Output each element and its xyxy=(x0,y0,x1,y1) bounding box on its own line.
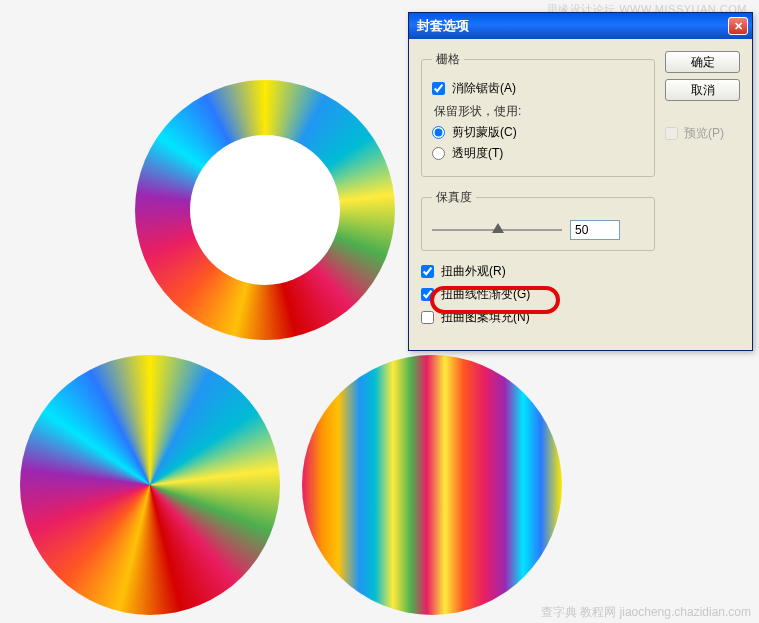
dialog-title: 封套选项 xyxy=(417,17,469,35)
distort-options-group: 扭曲外观(R) 扭曲线性渐变(G) 扭曲图案填充(N) xyxy=(421,263,655,326)
distort-pattern-fill-checkbox[interactable] xyxy=(421,311,434,324)
antialias-label[interactable]: 消除锯齿(A) xyxy=(452,80,516,97)
dialog-right-column: 确定 取消 预览(P) xyxy=(665,51,740,332)
distort-pattern-fill-label[interactable]: 扭曲图案填充(N) xyxy=(441,309,530,326)
preserve-shape-label: 保留形状，使用: xyxy=(434,103,644,120)
dialog-titlebar[interactable]: 封套选项 ✕ xyxy=(409,13,752,39)
close-icon: ✕ xyxy=(734,21,743,32)
distort-linear-gradient-label[interactable]: 扭曲线性渐变(G) xyxy=(441,286,530,303)
grid-fieldset: 栅格 消除锯齿(A) 保留形状，使用: 剪切蒙版(C) 透明度(T) xyxy=(421,51,655,177)
distort-linear-gradient-checkbox[interactable] xyxy=(421,288,434,301)
dialog-body: 栅格 消除锯齿(A) 保留形状，使用: 剪切蒙版(C) 透明度(T) 保真度 xyxy=(409,39,752,350)
grid-legend: 栅格 xyxy=(432,51,464,68)
transparency-radio[interactable] xyxy=(432,147,445,160)
fidelity-fieldset: 保真度 xyxy=(421,189,655,251)
slider-thumb-icon[interactable] xyxy=(492,223,504,233)
fidelity-input[interactable] xyxy=(570,220,620,240)
preview-checkbox xyxy=(665,127,678,140)
fidelity-slider[interactable] xyxy=(432,222,562,238)
clip-mask-radio[interactable] xyxy=(432,126,445,139)
distort-appearance-checkbox[interactable] xyxy=(421,265,434,278)
fidelity-legend: 保真度 xyxy=(432,189,476,206)
ring-gradient-shape xyxy=(135,80,395,340)
ok-button[interactable]: 确定 xyxy=(665,51,740,73)
dialog-left-column: 栅格 消除锯齿(A) 保留形状，使用: 剪切蒙版(C) 透明度(T) 保真度 xyxy=(421,51,655,332)
envelope-options-dialog: 封套选项 ✕ 栅格 消除锯齿(A) 保留形状，使用: 剪切蒙版(C) xyxy=(408,12,753,351)
close-button[interactable]: ✕ xyxy=(728,17,748,35)
preview-label: 预览(P) xyxy=(684,125,724,142)
transparency-label[interactable]: 透明度(T) xyxy=(452,145,503,162)
conic-gradient-circle xyxy=(20,355,280,615)
cancel-button[interactable]: 取消 xyxy=(665,79,740,101)
antialias-checkbox[interactable] xyxy=(432,82,445,95)
clip-mask-label[interactable]: 剪切蒙版(C) xyxy=(452,124,517,141)
watermark-bottom: 查字典 教程网 jiaocheng.chazidian.com xyxy=(541,604,751,621)
linear-gradient-circle xyxy=(302,355,562,615)
distort-appearance-label[interactable]: 扭曲外观(R) xyxy=(441,263,506,280)
